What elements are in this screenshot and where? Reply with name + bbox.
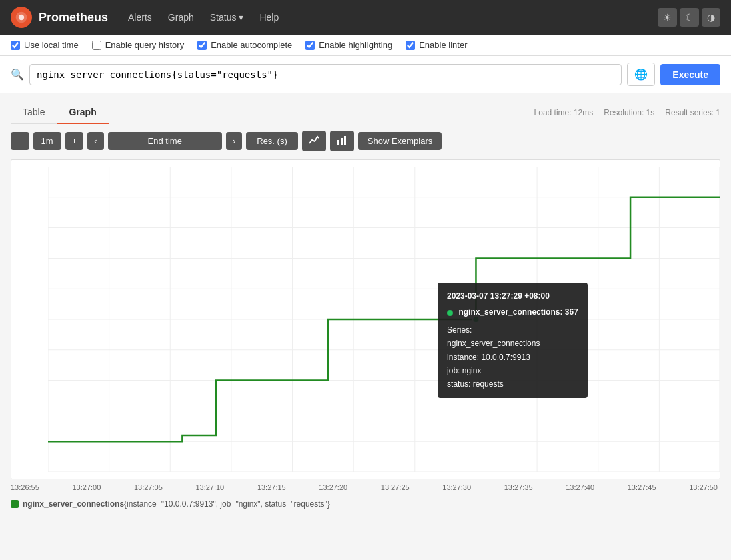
theme-system-btn[interactable]: ◑ [702, 8, 720, 27]
legend: nginx_server_connections{instance="10.0.… [11, 499, 720, 509]
search-bar: 🔍 🌐 Execute [0, 56, 731, 93]
query-input[interactable] [29, 64, 622, 85]
graph-controls: − 1m + ‹ End time › Res. (s) Show Exempl… [11, 131, 720, 151]
x-label-8: 13:27:35 [504, 483, 533, 491]
x-label-7: 13:27:30 [442, 483, 471, 491]
x-label-2: 13:27:05 [134, 483, 163, 491]
query-history-checkbox[interactable]: Enable query history [92, 40, 185, 50]
theme-light-btn[interactable]: ☀ [658, 8, 677, 27]
legend-color-dot [11, 500, 19, 508]
x-label-6: 13:27:25 [381, 483, 410, 491]
meta-info: Load time: 12ms Resolution: 1s Result se… [534, 108, 720, 117]
load-time: Load time: 12ms [534, 108, 594, 117]
line-chart-button[interactable] [302, 131, 326, 151]
nav-help[interactable]: Help [253, 8, 285, 27]
chart-container: 369.50 369.00 368.50 368.00 367.50 367.0… [11, 159, 720, 491]
chart-inner: 2023-03-07 13:27:29 +08:00 nginx_server_… [48, 167, 720, 472]
x-label-9: 13:27:40 [566, 483, 594, 491]
chart-area[interactable]: 2023-03-07 13:27:29 +08:00 nginx_server_… [11, 159, 720, 479]
result-series: Result series: 1 [665, 108, 720, 117]
resolution-button[interactable]: Res. (s) [246, 132, 298, 150]
prev-time-button[interactable]: ‹ [87, 132, 103, 150]
svg-point-1 [19, 15, 24, 20]
nav-graph[interactable]: Graph [161, 8, 201, 27]
x-label-3: 13:27:10 [195, 483, 224, 491]
next-time-button[interactable]: › [226, 132, 242, 150]
x-label-11: 13:27:50 [689, 483, 718, 491]
show-exemplars-button[interactable]: Show Exemplars [358, 132, 442, 150]
execute-button[interactable]: Execute [660, 64, 720, 85]
search-icon: 🔍 [11, 68, 24, 81]
use-local-time-checkbox[interactable]: Use local time [11, 40, 79, 50]
legend-label: nginx_server_connections{instance="10.0.… [23, 499, 330, 509]
navbar: Prometheus Alerts Graph Status ▾ Help ☀ … [0, 0, 731, 35]
brand: Prometheus [11, 7, 108, 28]
nav-links: Alerts Graph Status ▾ Help [121, 8, 644, 27]
step-down-button[interactable]: − [11, 132, 29, 150]
globe-button[interactable]: 🌐 [627, 63, 655, 86]
x-label-10: 13:27:45 [628, 483, 656, 491]
tab-table[interactable]: Table [11, 101, 57, 124]
tab-graph[interactable]: Graph [57, 101, 108, 124]
brand-name: Prometheus [39, 11, 108, 25]
x-label-4: 13:27:15 [257, 483, 286, 491]
prometheus-logo [11, 7, 32, 28]
settings-bar: Use local time Enable query history Enab… [0, 35, 731, 56]
autocomplete-checkbox[interactable]: Enable autocomplete [197, 40, 292, 50]
highlighting-checkbox[interactable]: Enable highlighting [305, 40, 392, 50]
nav-alerts[interactable]: Alerts [121, 8, 159, 27]
svg-point-28 [472, 316, 479, 323]
svg-rect-4 [344, 136, 346, 145]
svg-rect-2 [337, 140, 339, 145]
tabs: Table Graph [11, 101, 109, 124]
resolution: Resolution: 1s [604, 108, 654, 117]
end-time-button[interactable]: End time [108, 132, 222, 150]
nav-icons: ☀ ☾ ◑ [658, 8, 720, 27]
step-up-button[interactable]: + [65, 132, 84, 150]
svg-rect-3 [341, 138, 343, 145]
x-label-1: 13:27:00 [72, 483, 101, 491]
main-content: Table Graph Load time: 12ms Resolution: … [0, 93, 731, 517]
theme-dark-btn[interactable]: ☾ [680, 8, 699, 27]
linter-checkbox[interactable]: Enable linter [406, 40, 467, 50]
chart-svg [48, 167, 720, 472]
x-axis-labels: 13:26:55 13:27:00 13:27:05 13:27:10 13:2… [11, 481, 720, 491]
bar-chart-button[interactable] [330, 131, 354, 151]
step-display: 1m [33, 132, 61, 150]
nav-status[interactable]: Status ▾ [203, 8, 251, 27]
x-label-5: 13:27:20 [319, 483, 347, 491]
tabs-row: Table Graph Load time: 12ms Resolution: … [11, 101, 720, 124]
